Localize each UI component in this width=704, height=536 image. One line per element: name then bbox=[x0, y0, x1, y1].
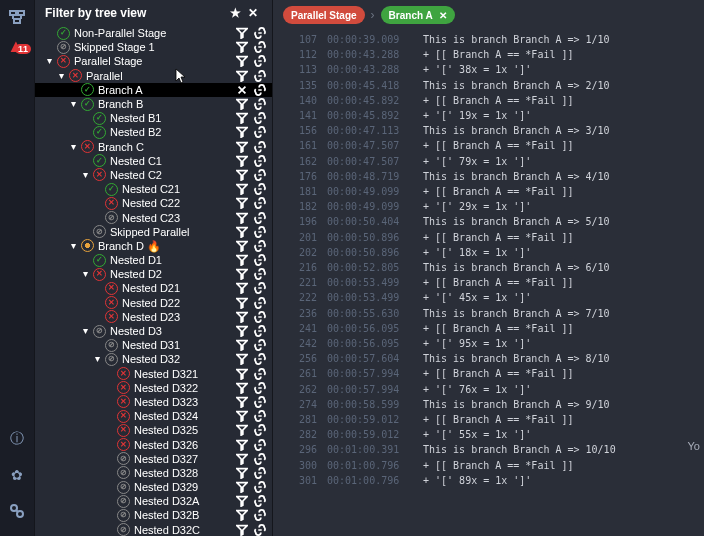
log-timestamp: 00:00:49.099 bbox=[327, 184, 423, 199]
chevron-down-icon[interactable]: ▾ bbox=[55, 70, 67, 82]
tree-row[interactable]: Nested D21 bbox=[35, 281, 272, 295]
log-message: + [[ Branch A == *Fail ]] bbox=[423, 275, 574, 290]
log-message: This is branch Branch A => 4/10 bbox=[423, 169, 610, 184]
tree-row-label: Nested D21 bbox=[122, 281, 232, 295]
tree-row[interactable]: Nested D324 bbox=[35, 409, 272, 423]
tree-row[interactable]: ▾Nested D32 bbox=[35, 352, 272, 366]
tree-row[interactable]: Nested D32C bbox=[35, 523, 272, 536]
log-timestamp: 00:00:56.095 bbox=[327, 321, 423, 336]
settings-icon[interactable]: ✿ bbox=[6, 464, 28, 486]
log-line: 16200:00:47.507+ '[' 79x = 1x ']' bbox=[285, 154, 704, 169]
log-line-number: 296 bbox=[285, 442, 317, 457]
status-fail-icon bbox=[93, 268, 106, 281]
close-icon[interactable]: ✕ bbox=[244, 4, 262, 22]
chevron-down-icon[interactable]: ▾ bbox=[79, 169, 91, 181]
tree-row[interactable]: Nested B1 bbox=[35, 111, 272, 125]
tree-row-label: Nested D32B bbox=[134, 508, 232, 522]
tree-row[interactable]: Skipped Stage 1 bbox=[35, 40, 272, 54]
chevron-down-icon[interactable]: ▾ bbox=[91, 353, 103, 365]
tree-row-label: Nested B1 bbox=[110, 111, 232, 125]
tree-view[interactable]: Non-Parallel StageSkipped Stage 1▾Parall… bbox=[35, 26, 272, 536]
tree-row[interactable]: Nested D22 bbox=[35, 296, 272, 310]
chevron-down-icon[interactable]: ▾ bbox=[67, 98, 79, 110]
chevron-down-icon bbox=[103, 368, 115, 380]
chevron-down-icon[interactable]: ▾ bbox=[67, 240, 79, 252]
tree-row[interactable]: Nested D31 bbox=[35, 338, 272, 352]
tree-row-label: Nested D32 bbox=[122, 352, 232, 366]
tree-row[interactable]: Nested D329 bbox=[35, 480, 272, 494]
log-line: 26100:00:57.994+ [[ Branch A == *Fail ]] bbox=[285, 366, 704, 381]
log-timestamp: 00:00:47.507 bbox=[327, 138, 423, 153]
tree-row[interactable]: Nested C1 bbox=[35, 154, 272, 168]
chevron-down-icon bbox=[103, 382, 115, 394]
tree-row[interactable]: Nested D32A bbox=[35, 494, 272, 508]
status-success-icon bbox=[105, 183, 118, 196]
tree-row[interactable]: Branch A bbox=[35, 83, 272, 97]
link-icon[interactable] bbox=[252, 522, 268, 536]
alert-badge[interactable]: 11 bbox=[6, 34, 28, 56]
tree-row[interactable]: Nested D23 bbox=[35, 310, 272, 324]
tree-row[interactable]: Nested B2 bbox=[35, 125, 272, 139]
tree-row[interactable]: ▾Nested D3 bbox=[35, 324, 272, 338]
log-line: 10700:00:39.009This is branch Branch A =… bbox=[285, 32, 704, 47]
chevron-down-icon[interactable]: ▾ bbox=[79, 268, 91, 280]
log-output[interactable]: 10700:00:39.009This is branch Branch A =… bbox=[273, 30, 704, 536]
tree-row[interactable]: ▾Parallel bbox=[35, 69, 272, 83]
tree-row-label: Nested D325 bbox=[134, 423, 232, 437]
status-success-icon bbox=[57, 27, 70, 40]
tree-row[interactable]: Skipped Parallel bbox=[35, 225, 272, 239]
log-timestamp: 00:00:43.288 bbox=[327, 62, 423, 77]
tree-row-label: Nested C22 bbox=[122, 196, 232, 210]
log-timestamp: 00:00:45.892 bbox=[327, 93, 423, 108]
tree-row[interactable]: ▾Branch D 🔥 bbox=[35, 239, 272, 253]
tree-row[interactable]: Nested D328 bbox=[35, 466, 272, 480]
chevron-down-icon[interactable]: ▾ bbox=[43, 55, 55, 67]
tree-row[interactable]: ▾Branch C bbox=[35, 140, 272, 154]
tree-row[interactable]: Nested D321 bbox=[35, 367, 272, 381]
breadcrumb-pill[interactable]: Branch A✕ bbox=[381, 6, 455, 24]
tree-row[interactable]: ▾Parallel Stage bbox=[35, 54, 272, 68]
log-line-number: 141 bbox=[285, 108, 317, 123]
log-timestamp: 00:00:59.012 bbox=[327, 412, 423, 427]
pipeline-icon[interactable] bbox=[6, 6, 28, 28]
tree-row-label: Branch D 🔥 bbox=[98, 239, 232, 253]
chevron-down-icon bbox=[91, 282, 103, 294]
log-timestamp: 00:01:00.796 bbox=[327, 473, 423, 488]
log-timestamp: 00:00:53.499 bbox=[327, 275, 423, 290]
log-line: 24200:00:56.095+ '[' 95x = 1x ']' bbox=[285, 336, 704, 351]
tree-row[interactable]: ▾Nested D2 bbox=[35, 267, 272, 281]
log-line: 15600:00:47.113This is branch Branch A =… bbox=[285, 123, 704, 138]
filter-icon[interactable] bbox=[234, 522, 250, 536]
tree-row-label: Nested D328 bbox=[134, 466, 232, 480]
tree-row[interactable]: Nested D327 bbox=[35, 452, 272, 466]
log-message: This is branch Branch A => 3/10 bbox=[423, 123, 610, 138]
tree-row[interactable]: Nested C23 bbox=[35, 210, 272, 224]
tree-row[interactable]: Nested D326 bbox=[35, 437, 272, 451]
tree-row[interactable]: Non-Parallel Stage bbox=[35, 26, 272, 40]
tree-row[interactable]: Nested C21 bbox=[35, 182, 272, 196]
tree-row[interactable]: Nested D322 bbox=[35, 381, 272, 395]
breadcrumb-pill[interactable]: Parallel Stage bbox=[283, 6, 365, 24]
chevron-down-icon[interactable]: ▾ bbox=[67, 141, 79, 153]
close-icon[interactable]: ✕ bbox=[439, 10, 447, 21]
tree-row-label: Parallel Stage bbox=[74, 54, 232, 68]
tree-row-label: Nested C21 bbox=[122, 182, 232, 196]
chevron-down-icon[interactable]: ▾ bbox=[79, 325, 91, 337]
star-icon[interactable]: ★ bbox=[226, 4, 244, 22]
alert-count: 11 bbox=[15, 44, 31, 54]
tree-row[interactable]: Nested D323 bbox=[35, 395, 272, 409]
tree-row[interactable]: Nested D32B bbox=[35, 508, 272, 522]
status-skipped-icon bbox=[117, 452, 130, 465]
tree-row[interactable]: Nested C22 bbox=[35, 196, 272, 210]
info-icon[interactable]: ⓘ bbox=[6, 428, 28, 450]
chevron-down-icon bbox=[91, 297, 103, 309]
tree-row[interactable]: Nested D1 bbox=[35, 253, 272, 267]
status-success-icon bbox=[93, 126, 106, 139]
status-success-icon bbox=[93, 154, 106, 167]
link-chain-icon[interactable] bbox=[6, 500, 28, 522]
log-timestamp: 00:00:57.994 bbox=[327, 366, 423, 381]
tree-row[interactable]: Nested D325 bbox=[35, 423, 272, 437]
tree-row[interactable]: ▾Nested C2 bbox=[35, 168, 272, 182]
tree-row[interactable]: ▾Branch B bbox=[35, 97, 272, 111]
tree-row-label: Nested D1 bbox=[110, 253, 232, 267]
